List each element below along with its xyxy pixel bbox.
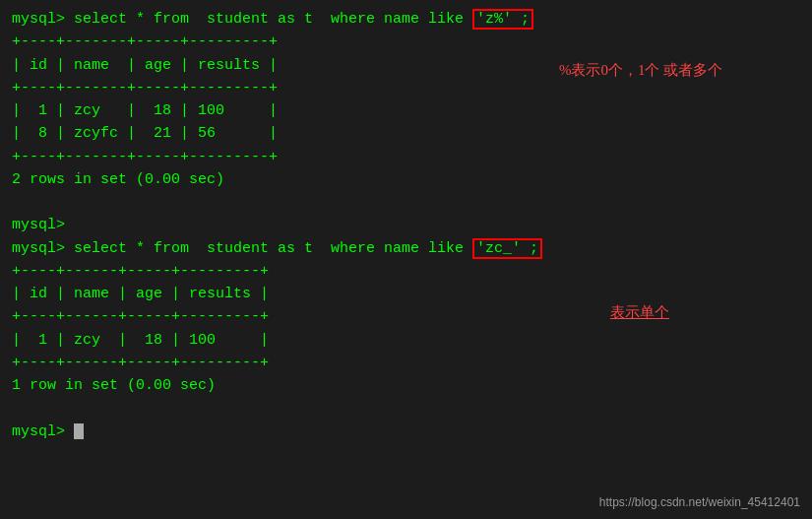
table2-border-mid: +----+------+-----+---------+ — [12, 305, 800, 328]
table1-row-1: | 1 | zcy | 18 | 100 | — [12, 99, 800, 122]
table1-border-bottom: +----+-------+-----+---------+ — [12, 146, 800, 168]
table2-header: | id | name | age | results | — [12, 283, 800, 305]
highlight-pattern-2: 'zc_' ; — [472, 238, 542, 259]
table2-rowcount: 1 row in set (0.00 sec) — [12, 374, 800, 397]
terminal: mysql> select * from student as t where … — [0, 0, 812, 519]
table2-border-top: +----+------+-----+---------+ — [12, 260, 800, 283]
final-prompt: mysql> — [12, 421, 800, 443]
blank-line-1 — [12, 191, 800, 214]
highlight-pattern-1: 'z%' ; — [472, 9, 533, 30]
query-text-1: mysql> select * from student as t where … — [12, 11, 472, 28]
query-text-2: mysql> select * from student as t where … — [12, 240, 472, 257]
table1-border-top: +----+-------+-----+---------+ — [12, 31, 800, 53]
table1-border-mid: +----+-------+-----+---------+ — [12, 77, 800, 99]
blank-line-2 — [12, 397, 800, 420]
annotation-percent: %表示0个，1个 或者多个 — [559, 61, 722, 80]
table1-row-2: | 8 | zcyfc | 21 | 56 | — [12, 122, 800, 145]
watermark: https://blog.csdn.net/weixin_45412401 — [599, 495, 800, 509]
table2-row-1: | 1 | zcy | 18 | 100 | — [12, 329, 800, 352]
query-line-1: mysql> select * from student as t where … — [12, 8, 800, 31]
table2-border-bottom: +----+------+-----+---------+ — [12, 352, 800, 374]
query-line-2: mysql> select * from student as t where … — [12, 237, 800, 260]
cursor — [74, 423, 84, 439]
table1-rowcount: 2 rows in set (0.00 sec) — [12, 168, 800, 191]
prompt-between: mysql> — [12, 214, 800, 236]
annotation-underscore: 表示单个 — [610, 303, 669, 322]
